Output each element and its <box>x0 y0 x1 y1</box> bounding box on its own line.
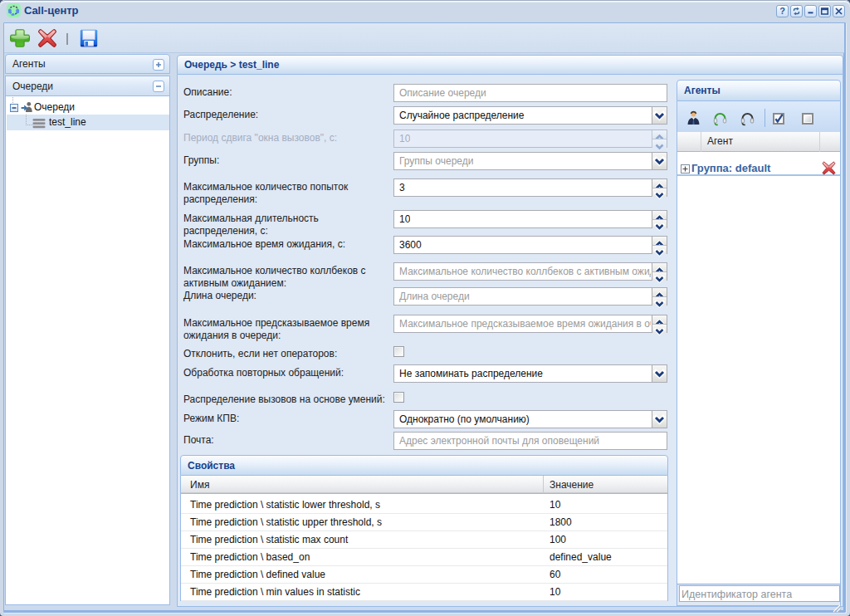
svg-text:?: ? <box>779 7 785 16</box>
